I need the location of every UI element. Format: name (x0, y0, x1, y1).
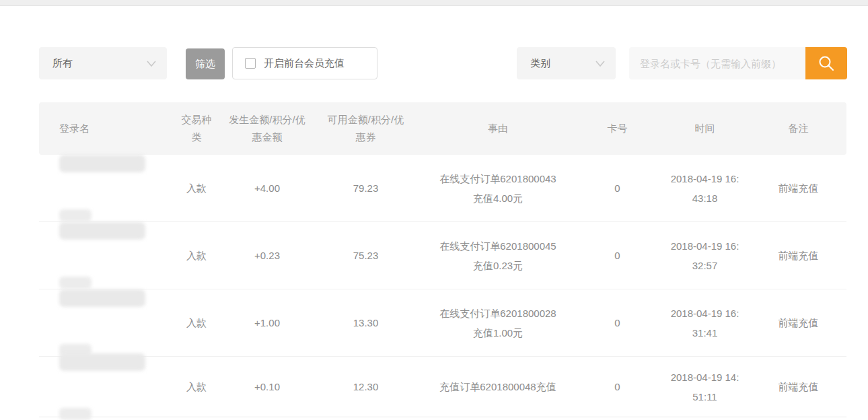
cell-available: 12.30 (311, 377, 421, 396)
cell-available: 75.23 (311, 246, 421, 265)
front-desk-recharge-toggle[interactable]: 开启前台会员充值 (232, 47, 377, 79)
front-desk-recharge-label: 开启前台会员充值 (264, 57, 345, 70)
redacted-login-blur (59, 277, 92, 289)
cell-note: 前端充值 (750, 178, 846, 198)
category-select-value: 类别 (530, 57, 550, 70)
cell-card: 0 (575, 178, 659, 198)
cell-card: 0 (575, 313, 659, 332)
cell-type: 入款 (170, 178, 223, 198)
cell-time: 2018-04-19 16: 43:18 (659, 169, 750, 208)
search-input[interactable] (629, 47, 805, 79)
cell-amount: +1.00 (223, 313, 311, 332)
recharge-records-table: 登录名 交易种 类 发生金额/积分/优 惠金额 可用金额/积分/优 惠券 事由 … (39, 102, 846, 417)
cell-time: 2018-04-19 16: 32:57 (659, 236, 750, 275)
cell-amount: +0.23 (223, 246, 311, 265)
top-divider-strip (0, 0, 868, 6)
cell-card: 0 (575, 246, 659, 265)
cell-time: 2018-04-19 16: 31:41 (659, 304, 750, 343)
cell-note: 前端充值 (750, 246, 846, 265)
cell-type: 入款 (170, 313, 223, 332)
cell-amount: +4.00 (223, 178, 311, 198)
header-reason: 事由 (421, 120, 575, 137)
chevron-down-icon (147, 61, 156, 67)
redacted-login-blur (59, 408, 92, 420)
cell-type: 入款 (170, 377, 223, 396)
cell-time: 2018-04-19 14: 51:11 (659, 368, 750, 407)
cell-available: 79.23 (311, 178, 421, 198)
header-amount: 发生金额/积分/优 惠金额 (223, 111, 311, 146)
redacted-login-blur (59, 209, 92, 221)
member-recharge-records-page: 所有 筛选 开启前台会员充值 类别 登录名 交易种 类 发生金额/积分/优 惠金… (0, 0, 868, 420)
scope-select-value: 所有 (52, 57, 73, 70)
cell-available: 13.30 (311, 313, 421, 332)
header-available: 可用金额/积分/优 惠券 (311, 111, 421, 146)
scope-select[interactable]: 所有 (39, 47, 167, 79)
table-row: 入款 +0.10 12.30 充值订单6201800048充值 0 2018-0… (39, 357, 846, 417)
redacted-login-blur (59, 155, 145, 172)
cell-amount: +0.10 (223, 377, 311, 396)
chevron-down-icon (595, 61, 605, 67)
redacted-login-blur (59, 222, 145, 240)
cell-note: 前端充值 (750, 377, 846, 396)
filter-button[interactable]: 筛选 (186, 48, 225, 79)
cell-type: 入款 (170, 246, 223, 265)
cell-note: 前端充值 (750, 313, 846, 332)
redacted-login-blur (59, 353, 145, 371)
search-button[interactable] (805, 47, 847, 79)
cell-reason: 在线支付订单6201800028 充值1.00元 (421, 304, 575, 343)
checkbox-icon[interactable] (245, 58, 256, 69)
header-note: 备注 (750, 120, 846, 137)
header-time: 时间 (659, 120, 750, 137)
cell-reason: 充值订单6201800048充值 (421, 377, 575, 396)
header-card: 卡号 (575, 120, 659, 137)
cell-reason: 在线支付订单6201800043 充值4.00元 (421, 169, 575, 208)
category-select[interactable]: 类别 (517, 47, 616, 79)
header-type: 交易种 类 (170, 111, 223, 146)
search-icon (818, 55, 835, 72)
cell-reason: 在线支付订单6201800045 充值0.23元 (421, 236, 575, 275)
redacted-login-blur (59, 289, 145, 307)
search-bar (629, 47, 847, 79)
cell-card: 0 (575, 377, 659, 396)
